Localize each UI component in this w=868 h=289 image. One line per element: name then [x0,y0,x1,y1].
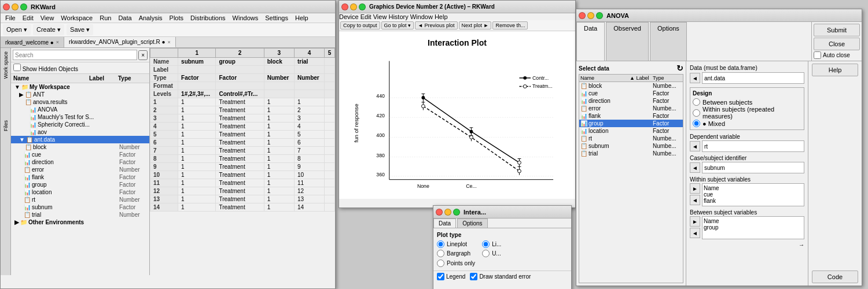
anova-tree-group[interactable]: 📊 group Factor [579,120,683,127]
menu-run[interactable]: Run [100,14,111,21]
legend-checkbox[interactable] [437,273,444,280]
gfx-menu-window[interactable]: Window [410,13,433,20]
help-btn[interactable]: Help [812,64,858,76]
menu-analysis[interactable]: Analysis [139,14,163,21]
next-plot-btn[interactable]: Next plot ► [459,21,492,29]
remove-plot-btn[interactable]: Remove th... [492,21,528,29]
u-radio-input[interactable] [482,250,490,257]
gfx-close-btn[interactable] [341,3,348,10]
gfx-menu-view[interactable]: View [373,13,387,20]
col-header-3[interactable]: 3 [264,49,294,58]
open-button[interactable]: Open ▾ [3,24,31,35]
anova-tab-options[interactable]: Options [650,22,687,61]
menu-workspace[interactable]: Workspace [61,14,93,21]
copy-output-btn[interactable]: Copy to output [340,21,380,29]
tree-direction[interactable]: 📊 direction Factor [11,158,149,166]
tree-location[interactable]: 📊 location Factor [11,188,149,196]
auto-close-checkbox[interactable] [814,51,821,59]
max-btn[interactable] [20,3,27,10]
tree-cue[interactable]: 📊 cue Factor [11,151,149,158]
save-button[interactable]: Save ▾ [67,24,93,35]
tab-anova-script[interactable]: rkwarddev_ANOVA_plugin_script.R ● × [64,37,176,47]
tree-sphericity[interactable]: 📊 Sphericity Correcti... [11,121,149,128]
tree-anova[interactable]: 📊 ANOVA [11,106,149,113]
anova-tree-error[interactable]: 📋 error Numbe... [579,105,683,112]
points-only-radio[interactable]: Points only [437,260,568,267]
submit-btn[interactable]: Submit [814,24,860,36]
workspace-label[interactable]: Work space [2,48,10,82]
code-btn[interactable]: Code [812,271,858,283]
within-remove-btn[interactable]: ◄ [690,195,700,205]
tree-my-workspace[interactable]: ▼ 📁 My Workspace [11,83,149,91]
anova-tab-data[interactable]: Data [576,22,605,61]
col-header-5[interactable]: 5 [325,49,335,58]
interact-min-btn[interactable] [444,209,451,216]
close-btn[interactable] [3,3,10,10]
li-radio[interactable]: Li... [482,240,501,248]
close-btn-anova[interactable]: Close [814,38,860,50]
col-header-4[interactable]: 4 [294,49,324,58]
tree-rt[interactable]: 📋 rt Number [11,196,149,203]
gfx-menu-history[interactable]: History [388,13,408,20]
anova-tree-subnum[interactable]: 📋 subnum Numbe... [579,142,683,150]
tree-subnum[interactable]: 📊 subnum Factor [11,203,149,211]
tree-ant-data[interactable]: ▼ 📋 ant.data [11,136,149,143]
within-add-btn[interactable]: ► [690,183,700,194]
tab-close-script[interactable]: × [168,39,171,45]
tree-anova-results[interactable]: 📋 anova.results [11,98,149,106]
menu-data[interactable]: Data [118,14,131,21]
menu-edit[interactable]: Edit [23,14,34,21]
bargraph-radio-input[interactable] [437,250,444,257]
tree-group[interactable]: 📊 group Factor [11,181,149,188]
within-subjects-radio-input[interactable] [693,109,700,117]
between-subjects-radio-input[interactable] [693,98,700,106]
prev-plot-btn[interactable]: ◄ Previous plot [415,21,457,29]
anova-max-btn[interactable] [596,12,603,19]
tree-error[interactable]: 📋 error Number [11,166,149,173]
col-header-2[interactable]: 2 [216,49,264,58]
anova-tab-observed[interactable]: Observed [606,22,649,61]
between-subjects-radio[interactable]: Between subjects [693,98,801,106]
menu-settings[interactable]: Settings [265,14,288,21]
create-button[interactable]: Create ▾ [33,24,64,35]
menu-file[interactable]: File [5,14,16,21]
within-subjects-radio[interactable]: Within subjects (repeated measures) [693,106,801,120]
gfx-max-btn[interactable] [359,3,366,10]
points-only-radio-input[interactable] [437,260,444,267]
within-listbox[interactable]: Name cue flank [702,183,804,206]
scroll-right-icon[interactable]: → [799,242,804,248]
anova-tree-rt[interactable]: 📋 rt Numbe... [579,135,683,142]
anova-tree-cue[interactable]: 📊 cue Factor [579,90,683,97]
legend-checkbox-item[interactable]: Legend [437,273,465,280]
show-hidden-objects[interactable]: Show Hidden Objects [11,62,149,74]
search-clear-btn[interactable]: × [138,50,148,60]
interact-tab-options[interactable]: Options [457,218,487,228]
files-label[interactable]: Files [2,117,10,135]
interact-max-btn[interactable] [453,209,460,216]
anova-tree-block[interactable]: 📋 block Numbe... [579,82,683,90]
gfx-menu-device[interactable]: Device [339,13,359,20]
within-item-flank[interactable]: flank [704,198,803,204]
interact-tab-data[interactable]: Data [433,218,456,228]
gfx-menu-edit[interactable]: Edit [361,13,372,20]
u-radio[interactable]: U... [482,250,501,257]
within-item-cue[interactable]: cue [704,191,803,198]
anova-close-btn[interactable] [579,12,586,19]
mixed-radio[interactable]: ● Mixed [693,120,801,127]
tree-block[interactable]: 📋 block Number [11,143,149,151]
dep-var-arrow-btn[interactable]: ◄ [690,141,700,151]
tab-welcome[interactable]: rkward_welcome ● × [1,37,64,47]
anova-tree-direction[interactable]: 📊 direction Factor [579,97,683,105]
data-frame-arrow-btn[interactable]: ◄ [690,73,700,83]
main-window-controls[interactable] [3,3,27,10]
tree-flank[interactable]: 📊 flank Factor [11,173,149,181]
draw-std-error-item[interactable]: Draw standard error [470,273,531,280]
data-frame-input[interactable] [702,72,804,84]
go-to-plot-btn[interactable]: Go to plot ▾ [381,21,414,29]
search-input[interactable] [13,50,137,60]
dep-var-input[interactable] [702,140,804,152]
auto-close-row[interactable]: Auto close [814,51,860,59]
anova-tree-flank[interactable]: 📊 flank Factor [579,112,683,120]
li-radio-input[interactable] [482,240,490,248]
interact-controls[interactable] [436,209,460,216]
